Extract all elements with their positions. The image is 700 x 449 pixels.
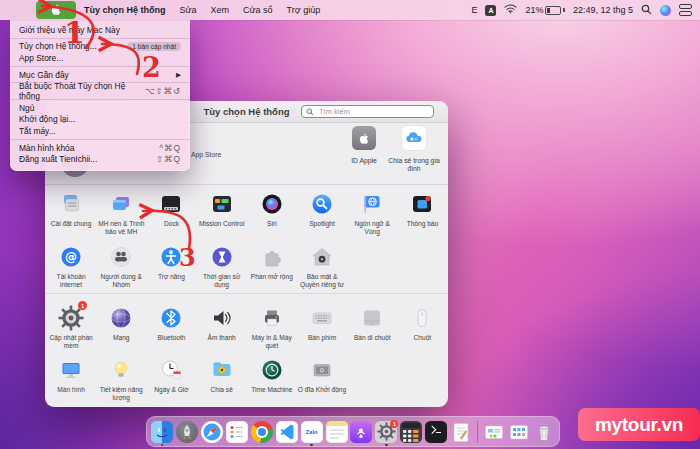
spotlight-search-icon[interactable] xyxy=(641,4,652,17)
pref-item-mission-control[interactable]: Mission Control xyxy=(197,189,247,236)
pref-item-date-time[interactable]: Ngày & Giờ xyxy=(146,355,196,402)
menu-bar-clock[interactable]: 22:49, 12 thg 5 xyxy=(573,5,633,15)
users-groups-icon xyxy=(108,242,134,272)
menu-item-sleep[interactable]: Ngủ xyxy=(10,102,190,114)
desktop-screensaver-icon xyxy=(108,189,134,219)
pref-item-screen-time[interactable]: Thời gian sử dụng xyxy=(197,242,247,289)
pref-item-dock[interactable]: Dock xyxy=(146,189,196,236)
dock-trash[interactable] xyxy=(532,418,556,445)
dock-textedit[interactable] xyxy=(449,418,473,445)
pref-item-notifications[interactable]: Thông báo xyxy=(397,189,447,236)
menu-item-restart[interactable]: Khởi động lại... xyxy=(10,114,190,126)
time-machine-icon xyxy=(259,355,285,385)
menu-item-logout[interactable]: Đăng xuất TienIchii...⇧⌘Q xyxy=(10,153,190,165)
search-input[interactable] xyxy=(317,106,429,117)
apple-menu-button[interactable] xyxy=(36,1,76,19)
pref-item-general[interactable]: Cài đặt chung xyxy=(46,189,96,236)
mission-control-icon xyxy=(209,189,235,219)
preferences-search-field[interactable] xyxy=(301,105,434,118)
pref-item-language-region[interactable]: Ngôn ngữ & Vùng xyxy=(347,189,397,236)
pref-item-users-groups[interactable]: Người dùng & Nhóm xyxy=(96,242,146,289)
menu-item-force-quit[interactable]: Bắt buộc Thoát Tùy chọn Hệ thống⌥⇧⌘↺ xyxy=(10,85,190,97)
app-menu-title[interactable]: Tùy chọn Hệ thống xyxy=(84,5,166,15)
accessibility-icon xyxy=(158,242,184,272)
software-update-icon: 1 xyxy=(58,303,84,333)
battery-percent: 21% xyxy=(525,5,543,15)
dock-calculator[interactable] xyxy=(399,418,423,445)
trackpad-icon xyxy=(359,303,385,333)
dock-separator xyxy=(477,421,478,443)
siri-icon[interactable] xyxy=(660,5,671,16)
menu-tro-giup[interactable]: Trợ giúp xyxy=(287,5,321,15)
dock-finder[interactable] xyxy=(150,418,174,445)
pref-item-displays[interactable]: Màn hình xyxy=(46,355,96,402)
dock-vscode[interactable] xyxy=(275,418,299,445)
menu-cua-so[interactable]: Cửa sổ xyxy=(243,5,273,15)
family-sharing-icon[interactable] xyxy=(402,126,426,150)
energy-saver-icon xyxy=(108,355,134,385)
dock-terminal[interactable] xyxy=(424,418,448,445)
dock-prefs-badge: 1 xyxy=(390,420,398,428)
dock-stack-downloads[interactable] xyxy=(507,418,531,445)
dock-launchpad[interactable] xyxy=(175,418,199,445)
dock-notes[interactable] xyxy=(325,418,349,445)
pref-item-desktop-screensaver[interactable]: MH nền & Trình bảo vệ MH xyxy=(96,189,146,236)
startup-disk-icon xyxy=(309,355,335,385)
pref-item-energy-saver[interactable]: Tiết kiệm năng lượng xyxy=(96,355,146,402)
zalo-label: Zalo xyxy=(305,429,317,435)
pref-item-security-privacy[interactable]: Bảo mật & Quyền riêng tư xyxy=(297,242,347,289)
dock-stack-documents[interactable] xyxy=(482,418,506,445)
dock-chrome[interactable] xyxy=(250,418,274,445)
printers-scanners-icon xyxy=(259,303,285,333)
sharing-icon xyxy=(209,355,235,385)
date-time-icon xyxy=(158,355,184,385)
menu-item-about-mac[interactable]: Giới thiệu về máy Mac Này xyxy=(10,24,190,36)
notifications-icon xyxy=(409,189,435,219)
menu-item-lock-screen[interactable]: Màn hình khóa^⌘Q xyxy=(10,142,190,154)
apple-dropdown-menu: Giới thiệu về máy Mac Này Tùy chọn Hệ th… xyxy=(10,20,190,171)
pref-item-network[interactable]: Mạng xyxy=(96,303,146,350)
menu-item-recent-items[interactable]: Mục Gần đây▶ xyxy=(10,69,190,81)
pref-item-bluetooth[interactable]: Bluetooth xyxy=(146,303,196,350)
account-subtitle-fragment: App Store xyxy=(191,151,221,158)
pref-item-time-machine[interactable]: Time Machine xyxy=(247,355,297,402)
menu-item-shutdown[interactable]: Tắt máy... xyxy=(10,125,190,137)
pref-item-printers-scanners[interactable]: Máy in & Máy quét xyxy=(247,303,297,350)
pref-item-accessibility[interactable]: Trợ năng xyxy=(146,242,196,289)
menu-item-system-preferences[interactable]: Tùy chọn Hệ thống...1 bản cập nhật xyxy=(10,41,190,53)
screen-time-icon xyxy=(209,242,235,272)
dock-reminders[interactable] xyxy=(225,418,249,445)
pref-item-keyboard[interactable]: Bàn phím xyxy=(297,303,347,350)
input-source-a-icon[interactable]: A xyxy=(485,5,496,16)
pref-item-mouse[interactable]: Chuột xyxy=(397,303,447,350)
pref-item-spotlight[interactable]: Spotlight xyxy=(297,189,347,236)
pref-item-sharing[interactable]: Chia sẻ xyxy=(197,355,247,402)
pref-item-software-update[interactable]: 1 Cập nhật phần mềm xyxy=(46,303,96,350)
internet-accounts-icon: @ xyxy=(58,242,84,272)
menu-xem[interactable]: Xem xyxy=(211,5,230,15)
pref-item-extensions[interactable]: Phần mở rộng xyxy=(247,242,297,289)
input-source-e[interactable]: E xyxy=(471,5,477,15)
pref-item-sound[interactable]: Âm thanh xyxy=(197,303,247,350)
pref-item-trackpad[interactable]: Bàn di chuột xyxy=(347,303,397,350)
battery-indicator[interactable]: 21% xyxy=(525,5,565,15)
dock-zalo[interactable]: Zalo xyxy=(300,418,324,445)
sound-icon xyxy=(209,303,235,333)
dock-podcasts[interactable] xyxy=(350,418,374,445)
pref-item-internet-accounts[interactable]: @ Tài khoản internet xyxy=(46,242,96,289)
dock-safari[interactable] xyxy=(200,418,224,445)
apple-id-icon[interactable] xyxy=(352,126,376,150)
update-count-badge: 1 xyxy=(78,301,87,310)
update-badge: 1 bản cập nhật xyxy=(127,42,181,51)
dock-system-preferences[interactable]: 1 xyxy=(374,418,398,445)
siri-pref-icon xyxy=(259,189,285,219)
menu-sua[interactable]: Sửa xyxy=(180,5,197,15)
wifi-icon[interactable] xyxy=(504,4,517,16)
menu-item-app-store[interactable]: App Store... xyxy=(10,52,190,64)
pref-item-siri[interactable]: Siri xyxy=(247,189,297,236)
spotlight-pref-icon xyxy=(309,189,335,219)
pref-item-startup-disk[interactable]: Ổ đĩa Khởi động xyxy=(297,355,347,402)
control-center-icon[interactable] xyxy=(679,4,692,17)
mouse-icon xyxy=(409,303,435,333)
macos-desktop: Tùy chọn Hệ thống Sửa Xem Cửa sổ Trợ giú… xyxy=(0,0,700,449)
